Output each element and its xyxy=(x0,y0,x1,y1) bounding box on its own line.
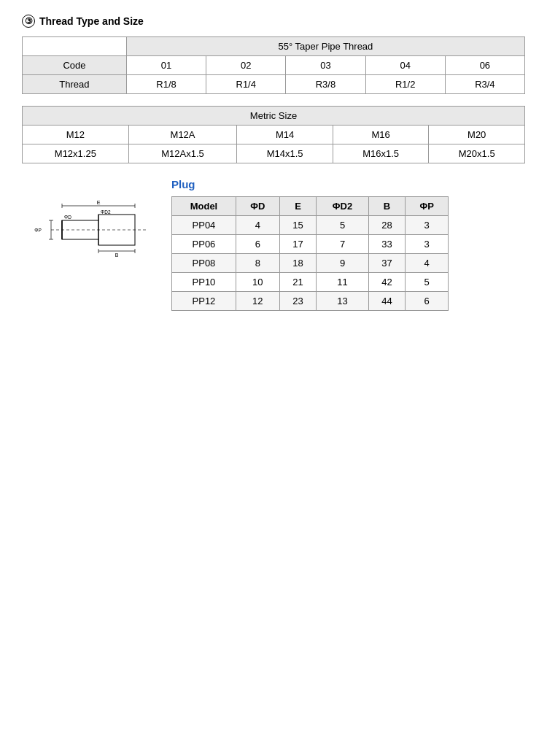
plug-pp12-b: 44 xyxy=(368,292,406,311)
plug-pp12-phid: 12 xyxy=(236,292,279,311)
plug-table-wrapper: Plug Model ΦD E ΦD2 B ΦP PP04 4 15 5 xyxy=(171,178,525,311)
plug-pp12-phip: 6 xyxy=(406,292,449,311)
metric-m12x125: M12x1.25 xyxy=(23,144,129,163)
taper-header-label: 55° Taper Pipe Thread xyxy=(126,37,524,56)
plug-pp06-b: 33 xyxy=(368,235,406,254)
plug-row-pp10: PP10 10 21 11 42 5 xyxy=(172,273,449,292)
plug-table: Model ΦD E ΦD2 B ΦP PP04 4 15 5 28 3 xyxy=(171,196,449,311)
plug-col-model: Model xyxy=(172,197,236,216)
plug-model-pp04: PP04 xyxy=(172,216,236,235)
plug-col-e: E xyxy=(279,197,317,216)
taper-thread-r38: R3/8 xyxy=(286,75,365,94)
taper-thread-label: Thread xyxy=(23,75,127,94)
plug-pp08-phid2: 9 xyxy=(317,254,368,273)
plug-col-phid2: ΦD2 xyxy=(317,197,368,216)
taper-code-02: 02 xyxy=(206,56,286,75)
taper-thread-r34: R3/4 xyxy=(445,75,524,94)
plug-pp10-phid: 10 xyxy=(236,273,279,292)
metric-row-1: M12 M12A M14 M16 M20 xyxy=(23,126,525,144)
svg-text:ΦD: ΦD xyxy=(64,215,71,220)
metric-m14: M14 xyxy=(237,126,333,144)
taper-header-row: 55° Taper Pipe Thread xyxy=(23,37,525,56)
plug-pp08-b: 37 xyxy=(368,254,406,273)
section-title-text: Thread Type and Size xyxy=(39,15,144,27)
metric-m12a: M12A xyxy=(128,126,237,144)
metric-m12ax15: M12Ax1.5 xyxy=(128,144,237,163)
plug-pp12-phid2: 13 xyxy=(317,292,368,311)
plug-row-pp06: PP06 6 17 7 33 3 xyxy=(172,235,449,254)
plug-section: E ΦP ΦD ΦD2 B xyxy=(22,178,525,311)
plug-pp06-phip: 3 xyxy=(406,235,449,254)
taper-pipe-thread-table: 55° Taper Pipe Thread Code 01 02 03 04 0… xyxy=(22,36,525,94)
taper-table-wrapper: 55° Taper Pipe Thread Code 01 02 03 04 0… xyxy=(22,36,525,94)
svg-text:B: B xyxy=(115,252,119,258)
metric-m20x15: M20x1.5 xyxy=(429,144,525,163)
metric-m16: M16 xyxy=(333,126,429,144)
plug-col-b: B xyxy=(368,197,406,216)
plug-pp04-phid2: 5 xyxy=(317,216,368,235)
plug-pp08-phip: 4 xyxy=(406,254,449,273)
plug-pp10-phid2: 11 xyxy=(317,273,368,292)
taper-code-row: Code 01 02 03 04 06 xyxy=(23,56,525,75)
plug-pp06-phid2: 7 xyxy=(317,235,368,254)
plug-table-header-row: Model ΦD E ΦD2 B ΦP xyxy=(172,197,449,216)
plug-row-pp12: PP12 12 23 13 44 6 xyxy=(172,292,449,311)
plug-pp12-e: 23 xyxy=(279,292,317,311)
taper-thread-r14: R1/4 xyxy=(206,75,286,94)
plug-pp04-phid: 4 xyxy=(236,216,279,235)
taper-thread-r12: R1/2 xyxy=(365,75,445,94)
plug-pp10-phip: 5 xyxy=(406,273,449,292)
plug-pp04-phip: 3 xyxy=(406,216,449,235)
plug-pp06-e: 17 xyxy=(279,235,317,254)
metric-header-label: Metric Size xyxy=(23,107,525,126)
taper-thread-row: Thread R1/8 R1/4 R3/8 R1/2 R3/4 xyxy=(23,75,525,94)
plug-pp06-phid: 6 xyxy=(236,235,279,254)
plug-col-phip: ΦP xyxy=(406,197,449,216)
taper-header-empty xyxy=(23,37,127,56)
plug-diagram: E ΦP ΦD ΦD2 B xyxy=(22,178,157,261)
section-title: ③ Thread Type and Size xyxy=(22,15,525,28)
metric-m20: M20 xyxy=(429,126,525,144)
svg-text:E: E xyxy=(97,200,101,205)
plug-model-pp06: PP06 xyxy=(172,235,236,254)
taper-code-04: 04 xyxy=(365,56,445,75)
plug-pp04-b: 28 xyxy=(368,216,406,235)
plug-row-pp08: PP08 8 18 9 37 4 xyxy=(172,254,449,273)
plug-title: Plug xyxy=(171,178,525,190)
section-number: ③ xyxy=(22,15,35,28)
metric-header-row: Metric Size xyxy=(23,107,525,126)
plug-svg-diagram: E ΦP ΦD ΦD2 B xyxy=(22,200,150,258)
plug-pp10-b: 42 xyxy=(368,273,406,292)
metric-row-2: M12x1.25 M12Ax1.5 M14x1.5 M16x1.5 M20x1.… xyxy=(23,144,525,163)
metric-m12: M12 xyxy=(23,126,129,144)
plug-model-pp08: PP08 xyxy=(172,254,236,273)
svg-text:ΦD2: ΦD2 xyxy=(101,209,111,215)
metric-size-table: Metric Size M12 M12A M14 M16 M20 M12x1.2… xyxy=(22,106,525,163)
plug-model-pp12: PP12 xyxy=(172,292,236,311)
metric-table-wrapper: Metric Size M12 M12A M14 M16 M20 M12x1.2… xyxy=(22,106,525,163)
taper-thread-r18: R1/8 xyxy=(126,75,206,94)
taper-code-label: Code xyxy=(23,56,127,75)
metric-m16x15: M16x1.5 xyxy=(333,144,429,163)
taper-code-03: 03 xyxy=(286,56,365,75)
taper-code-01: 01 xyxy=(126,56,206,75)
plug-pp08-e: 18 xyxy=(279,254,317,273)
plug-pp04-e: 15 xyxy=(279,216,317,235)
metric-m14x15: M14x1.5 xyxy=(237,144,333,163)
plug-col-phid: ΦD xyxy=(236,197,279,216)
plug-pp10-e: 21 xyxy=(279,273,317,292)
plug-pp08-phid: 8 xyxy=(236,254,279,273)
taper-code-06: 06 xyxy=(445,56,524,75)
plug-model-pp10: PP10 xyxy=(172,273,236,292)
plug-row-pp04: PP04 4 15 5 28 3 xyxy=(172,216,449,235)
svg-text:ΦP: ΦP xyxy=(34,228,42,233)
